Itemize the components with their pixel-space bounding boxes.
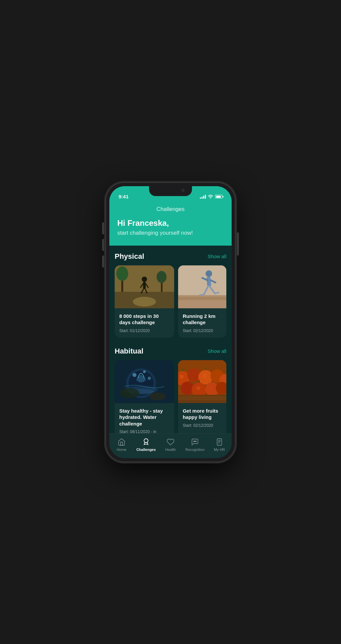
home-label: Home	[117, 448, 126, 452]
recognition-icon	[191, 438, 199, 446]
steps-card-image	[115, 265, 174, 308]
habitual-cards-row: Stay healthy - stay hydrated. Water chal…	[115, 360, 226, 433]
svg-point-50	[180, 375, 184, 379]
signal-icon	[200, 195, 206, 199]
camera	[181, 189, 185, 192]
svg-rect-8	[143, 282, 146, 289]
svg-point-36	[187, 368, 201, 382]
fruits-card[interactable]: Get more fruits happy living Start: 02/1…	[178, 360, 226, 433]
svg-point-4	[116, 266, 128, 281]
svg-point-6	[157, 271, 167, 283]
svg-point-2	[133, 297, 156, 307]
svg-point-31	[148, 377, 151, 380]
myhr-label: My HR	[214, 448, 225, 452]
wifi-icon	[208, 195, 213, 199]
subtitle-text: start challenging yourself now!	[117, 230, 224, 236]
physical-title: Physical	[115, 252, 144, 261]
recognition-label: Recognition	[185, 448, 205, 452]
water-card-image	[115, 360, 174, 403]
phone-screen: 9:41 Challenges	[109, 186, 232, 458]
svg-point-33	[149, 392, 166, 400]
fruits-card-body: Get more fruits happy living Start: 02/1…	[178, 403, 226, 432]
physical-show-all-button[interactable]: Show all	[208, 254, 226, 259]
water-card-body: Stay healthy - stay hydrated. Water chal…	[115, 403, 174, 433]
svg-rect-57	[217, 439, 222, 445]
header: Challenges Hi Franceska, start challengi…	[109, 203, 232, 246]
svg-point-51	[203, 373, 207, 378]
habitual-title: Habitual	[115, 347, 143, 356]
physical-cards-row: 8 000 steps in 30 days challenge Start: …	[115, 265, 226, 338]
myhr-icon	[215, 438, 224, 446]
svg-point-56	[196, 441, 196, 442]
fruits-card-date: Start: 02/12/2020	[183, 423, 222, 428]
steps-card-title: 8 000 steps in 30 days challenge	[119, 313, 170, 326]
fruits-card-image	[178, 360, 226, 403]
running-card-body: Running 2 km challenge Start: 02/12/2020	[178, 308, 226, 338]
svg-point-55	[195, 441, 195, 442]
svg-point-54	[194, 441, 194, 442]
health-icon	[166, 438, 175, 446]
physical-section-header: Physical Show all	[115, 252, 226, 261]
svg-point-52	[196, 386, 200, 390]
nav-recognition[interactable]: Recognition	[183, 438, 207, 452]
battery-icon	[215, 195, 222, 198]
svg-point-29	[133, 373, 136, 377]
running-card-image	[178, 265, 226, 308]
water-card-date: Start: 08/11/2020 - in progress	[119, 429, 170, 433]
steps-card[interactable]: 8 000 steps in 30 days challenge Start: …	[115, 265, 174, 338]
nav-myhr[interactable]: My HR	[207, 438, 232, 452]
challenges-label: Challenges	[136, 448, 156, 452]
habitual-section-header: Habitual Show all	[115, 347, 226, 356]
svg-rect-16	[207, 277, 211, 286]
physical-section: Physical Show all	[115, 252, 226, 338]
greeting-text: Hi Franceska,	[117, 219, 224, 228]
svg-rect-23	[178, 297, 226, 300]
notch	[149, 186, 192, 196]
svg-point-7	[142, 277, 147, 282]
habitual-section: Habitual Show all	[115, 347, 226, 433]
running-card-title: Running 2 km challenge	[183, 313, 222, 326]
water-card[interactable]: Stay healthy - stay hydrated. Water chal…	[115, 360, 174, 433]
challenges-icon	[142, 438, 150, 446]
fruits-card-title: Get more fruits happy living	[183, 408, 222, 421]
nav-home[interactable]: Home	[109, 438, 134, 452]
svg-point-30	[143, 370, 146, 373]
svg-line-21	[200, 294, 204, 295]
page-title: Challenges	[117, 206, 224, 213]
water-card-title: Stay healthy - stay hydrated. Water chal…	[119, 408, 170, 427]
svg-point-15	[206, 270, 212, 277]
nav-challenges[interactable]: Challenges	[134, 438, 158, 452]
bottom-nav: Home Challenges Healt	[109, 433, 232, 458]
steps-card-body: 8 000 steps in 30 days challenge Start: …	[115, 308, 174, 338]
phone-frame: 9:41 Challenges	[106, 183, 235, 461]
home-icon	[117, 438, 126, 446]
health-label: Health	[165, 448, 176, 452]
svg-point-32	[120, 388, 139, 398]
svg-point-53	[144, 439, 148, 443]
running-card[interactable]: Running 2 km challenge Start: 02/12/2020	[178, 265, 226, 338]
habitual-show-all-button[interactable]: Show all	[208, 348, 226, 354]
steps-card-date: Start: 01/12/2020	[119, 328, 170, 333]
status-icons	[200, 195, 222, 199]
running-card-date: Start: 02/12/2020	[183, 328, 222, 333]
nav-health[interactable]: Health	[158, 438, 183, 452]
status-time: 9:41	[119, 194, 129, 199]
content-area: Physical Show all	[109, 246, 232, 433]
